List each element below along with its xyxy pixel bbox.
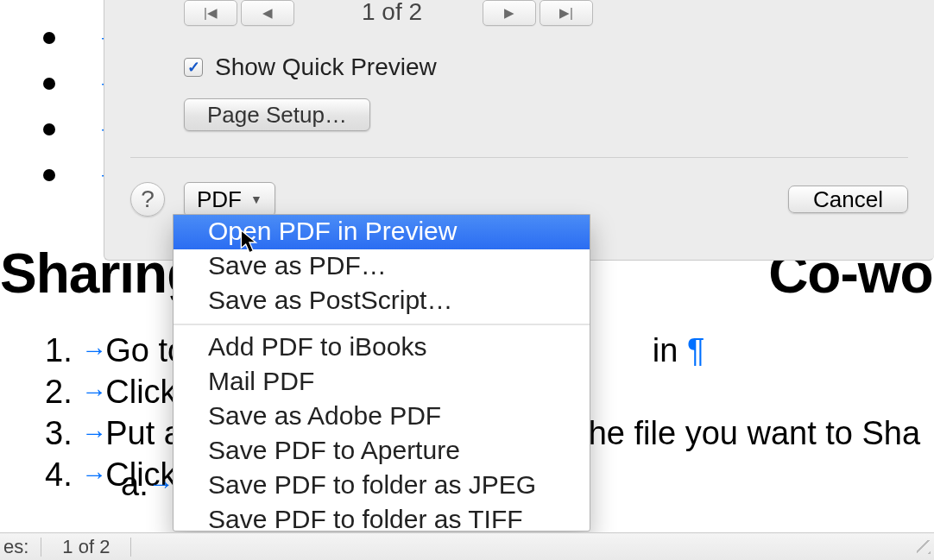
tab-arrow-icon: → bbox=[148, 469, 174, 498]
help-icon: ? bbox=[141, 186, 155, 213]
statusbar-page-indicator: 1 of 2 bbox=[45, 536, 127, 558]
statusbar-divider bbox=[130, 538, 131, 557]
first-page-icon: |◀ bbox=[204, 5, 218, 21]
tab-arrow-icon: → bbox=[81, 418, 105, 447]
menu-item-save-pdf-folder-tiff[interactable]: Save PDF to folder as TIFF bbox=[174, 503, 590, 532]
menu-separator bbox=[174, 324, 590, 325]
pilcrow-icon: ¶ bbox=[678, 332, 704, 368]
checkbox-box: ✓ bbox=[184, 58, 203, 77]
sub-list-item: a.→ bbox=[121, 466, 174, 503]
resize-grip-icon[interactable] bbox=[917, 540, 931, 554]
pdf-button-label: PDF bbox=[197, 186, 242, 213]
next-page-button[interactable]: ▶ bbox=[483, 0, 536, 26]
first-page-button[interactable]: |◀ bbox=[184, 0, 237, 26]
prev-page-icon: ◀ bbox=[262, 5, 273, 21]
menu-item-save-as-pdf[interactable]: Save as PDF… bbox=[174, 249, 590, 284]
show-quick-preview-checkbox[interactable]: ✓ Show Quick Preview bbox=[184, 53, 437, 81]
statusbar-divider bbox=[41, 538, 41, 557]
step-text-fragment: the file you want to Sha bbox=[579, 415, 920, 451]
tab-arrow-icon: → bbox=[81, 460, 105, 488]
statusbar-label: es: bbox=[3, 536, 37, 558]
checkbox-label: Show Quick Preview bbox=[215, 53, 437, 81]
last-page-icon: ▶| bbox=[559, 5, 573, 21]
tab-arrow-icon: → bbox=[81, 377, 105, 406]
menu-item-save-adobe-pdf[interactable]: Save as Adobe PDF bbox=[174, 400, 590, 434]
separator bbox=[130, 157, 908, 158]
sub-item-letter: a. bbox=[121, 466, 148, 502]
chevron-down-icon: ▼ bbox=[250, 192, 262, 206]
tab-arrow-icon: → bbox=[81, 336, 105, 364]
menu-item-add-pdf-ibooks[interactable]: Add PDF to iBooks bbox=[174, 330, 590, 365]
pdf-dropdown-button[interactable]: PDF ▼ bbox=[184, 182, 275, 217]
page-indicator: 1 of 2 bbox=[362, 0, 422, 26]
menu-item-save-pdf-folder-jpeg[interactable]: Save PDF to folder as JPEG bbox=[174, 469, 590, 503]
menu-item-save-pdf-aperture[interactable]: Save PDF to Aperture bbox=[174, 434, 590, 469]
cancel-button[interactable]: Cancel bbox=[788, 186, 908, 213]
menu-item-save-as-postscript[interactable]: Save as PostScript… bbox=[174, 284, 590, 318]
help-button[interactable]: ? bbox=[130, 182, 165, 217]
menu-item-open-pdf-preview[interactable]: Open PDF in Preview bbox=[174, 215, 590, 249]
prev-page-button[interactable]: ◀ bbox=[241, 0, 294, 26]
pdf-dropdown-menu: Open PDF in Preview Save as PDF… Save as… bbox=[173, 214, 590, 532]
next-page-icon: ▶ bbox=[504, 5, 514, 21]
menu-item-mail-pdf[interactable]: Mail PDF bbox=[174, 365, 590, 400]
page-setup-button[interactable]: Page Setup… bbox=[184, 98, 370, 131]
last-page-button[interactable]: ▶| bbox=[540, 0, 593, 26]
status-bar: es: 1 of 2 bbox=[0, 532, 934, 560]
step-text-fragment: in bbox=[653, 332, 678, 368]
